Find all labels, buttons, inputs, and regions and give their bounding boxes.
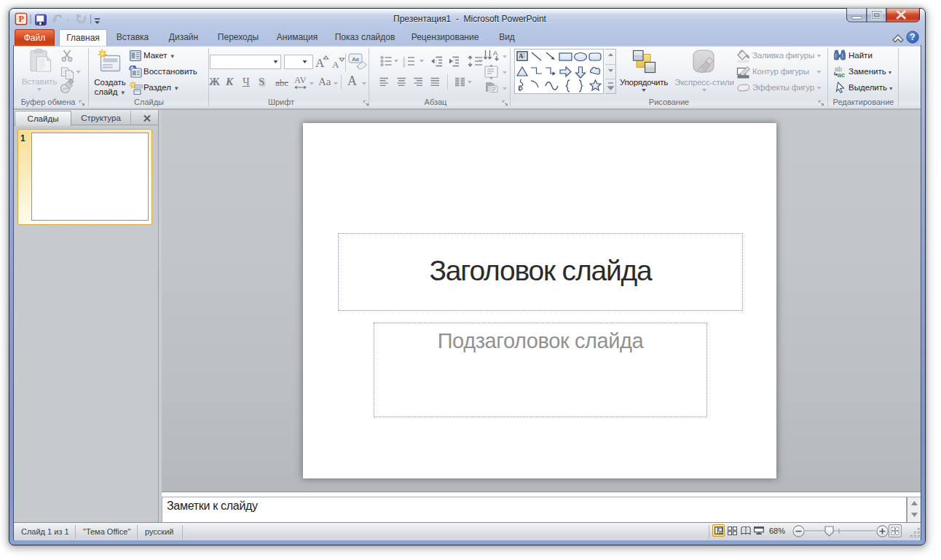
svg-text:Aя: Aя bbox=[352, 56, 359, 63]
svg-text:3: 3 bbox=[403, 63, 406, 68]
svg-text:?: ? bbox=[910, 32, 915, 42]
svg-text:P: P bbox=[19, 14, 24, 24]
svg-text:A: A bbox=[493, 50, 498, 57]
svg-text:ac: ac bbox=[838, 71, 845, 78]
svg-text:A: A bbox=[519, 52, 524, 60]
